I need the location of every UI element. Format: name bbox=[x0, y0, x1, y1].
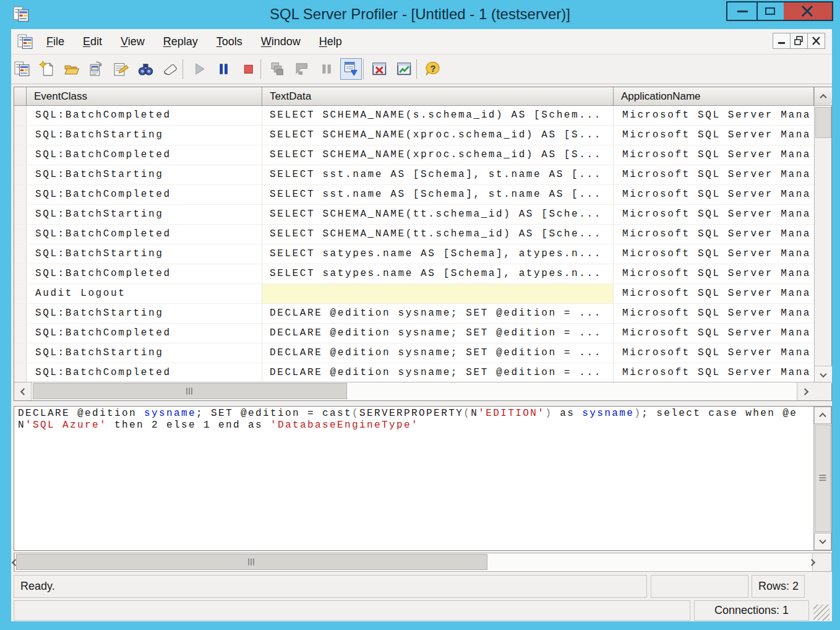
cell-applicationname[interactable]: Microsoft SQL Server Mana bbox=[614, 343, 814, 363]
menu-edit[interactable]: Edit bbox=[74, 29, 111, 54]
cell-textdata[interactable]: SELECT SCHEMA_NAME(s.schema_id) AS [Sche… bbox=[262, 106, 614, 125]
table-row[interactable]: SQL:BatchStartingSELECT SCHEMA_NAME(xpro… bbox=[14, 126, 831, 145]
row-selector[interactable] bbox=[14, 284, 27, 303]
pane-horizontal-scrollbar[interactable] bbox=[14, 553, 832, 572]
cell-eventclass[interactable]: SQL:BatchStarting bbox=[27, 304, 262, 323]
table-row[interactable]: SQL:BatchCompletedDECLARE @edition sysna… bbox=[14, 324, 831, 343]
menu-replay[interactable]: Replay bbox=[154, 29, 207, 54]
row-selector[interactable] bbox=[14, 165, 27, 184]
mdi-minimize-button[interactable] bbox=[773, 33, 791, 49]
cell-textdata[interactable]: DECLARE @edition sysname; SET @edition =… bbox=[262, 304, 614, 323]
cell-applicationname[interactable]: Microsoft SQL Server Mana bbox=[614, 185, 814, 204]
menu-file[interactable]: File bbox=[37, 29, 74, 54]
row-selector[interactable] bbox=[14, 343, 27, 363]
performance-chart-button[interactable] bbox=[396, 61, 413, 77]
cell-applicationname[interactable]: Microsoft SQL Server Mana bbox=[614, 145, 814, 165]
cell-eventclass[interactable]: SQL:BatchCompleted bbox=[27, 225, 262, 244]
cell-eventclass[interactable]: Audit Logout bbox=[27, 284, 262, 303]
open-trace-table-button[interactable] bbox=[88, 61, 105, 77]
column-header-eventclass[interactable]: EventClass bbox=[27, 87, 262, 105]
cell-textdata[interactable]: SELECT SCHEMA_NAME(tt.schema_id) AS [Sch… bbox=[262, 205, 614, 224]
pane-hscroll-thumb[interactable] bbox=[16, 554, 487, 570]
maximize-button[interactable] bbox=[756, 1, 785, 21]
new-trace-button[interactable] bbox=[38, 61, 55, 77]
scroll-right-button[interactable] bbox=[812, 553, 813, 571]
cell-textdata[interactable]: SELECT SCHEMA_NAME(xproc.schema_id) AS [… bbox=[262, 145, 614, 165]
row-selector[interactable] bbox=[14, 205, 27, 224]
table-row[interactable]: SQL:BatchCompletedSELECT sst.name AS [Sc… bbox=[14, 185, 831, 205]
trace-properties-button[interactable] bbox=[14, 61, 30, 77]
cell-eventclass[interactable]: SQL:BatchStarting bbox=[27, 165, 262, 184]
table-row[interactable]: Audit LogoutMicrosoft SQL Server Mana bbox=[14, 284, 831, 304]
row-selector[interactable] bbox=[14, 363, 27, 382]
cell-applicationname[interactable]: Microsoft SQL Server Mana bbox=[614, 225, 814, 244]
cell-textdata[interactable]: SELECT SCHEMA_NAME(xproc.schema_id) AS [… bbox=[262, 126, 614, 145]
grid-hscroll-thumb[interactable] bbox=[33, 383, 347, 399]
find-button[interactable] bbox=[137, 61, 154, 77]
minimize-button[interactable] bbox=[726, 1, 758, 21]
file-properties-button[interactable] bbox=[113, 61, 129, 77]
menu-view[interactable]: View bbox=[111, 29, 154, 54]
row-selector[interactable] bbox=[14, 244, 27, 264]
row-selector[interactable] bbox=[14, 264, 27, 283]
cancel-trace-button[interactable] bbox=[371, 61, 388, 77]
clear-trace-button[interactable] bbox=[162, 61, 179, 77]
grid-vertical-scrollbar[interactable] bbox=[814, 87, 831, 383]
cell-textdata[interactable]: SELECT sst.name AS [Schema], st.name AS … bbox=[262, 165, 614, 184]
cell-textdata[interactable]: SELECT sst.name AS [Schema], st.name AS … bbox=[262, 185, 614, 204]
cell-eventclass[interactable]: SQL:BatchCompleted bbox=[27, 145, 262, 165]
pane-hscroll-track[interactable] bbox=[15, 553, 812, 571]
cell-textdata[interactable]: SELECT satypes.name AS [Schema], atypes.… bbox=[262, 264, 614, 283]
grid-vscroll-thumb[interactable] bbox=[815, 107, 831, 138]
grid-hscroll-track[interactable] bbox=[32, 382, 797, 400]
scroll-right-button[interactable] bbox=[797, 382, 814, 400]
cell-eventclass[interactable]: SQL:BatchCompleted bbox=[27, 264, 262, 283]
table-row[interactable]: SQL:BatchCompletedSELECT SCHEMA_NAME(xpr… bbox=[14, 145, 831, 165]
pane-vscroll-thumb[interactable] bbox=[815, 425, 831, 532]
cell-applicationname[interactable]: Microsoft SQL Server Mana bbox=[614, 244, 814, 264]
cell-textdata[interactable]: SELECT satypes.name AS [Schema], atypes.… bbox=[262, 244, 614, 264]
mdi-close-button[interactable] bbox=[807, 33, 825, 49]
cell-applicationname[interactable]: Microsoft SQL Server Mana bbox=[614, 284, 814, 303]
column-header-textdata[interactable]: TextData bbox=[262, 87, 614, 105]
help-button[interactable]: ? bbox=[424, 61, 441, 77]
table-row[interactable]: SQL:BatchCompletedSELECT SCHEMA_NAME(tt.… bbox=[14, 225, 831, 244]
cell-textdata[interactable] bbox=[262, 284, 614, 303]
mdi-restore-button[interactable] bbox=[790, 33, 808, 49]
table-row[interactable]: SQL:BatchCompletedDECLARE @edition sysna… bbox=[14, 363, 831, 383]
cell-textdata[interactable]: SELECT SCHEMA_NAME(tt.schema_id) AS [Sch… bbox=[262, 225, 614, 244]
run-to-cursor-button[interactable] bbox=[293, 61, 310, 77]
table-row[interactable]: SQL:BatchCompletedSELECT satypes.name AS… bbox=[14, 264, 831, 284]
cell-applicationname[interactable]: Microsoft SQL Server Mana bbox=[614, 304, 814, 323]
sql-text[interactable]: DECLARE @edition sysname; SET @edition =… bbox=[14, 407, 813, 550]
start-replay-button[interactable] bbox=[191, 61, 207, 77]
cell-eventclass[interactable]: SQL:BatchStarting bbox=[27, 343, 262, 363]
scroll-down-button[interactable] bbox=[814, 533, 831, 550]
sql-detail-pane[interactable]: DECLARE @edition sysname; SET @edition =… bbox=[14, 406, 832, 551]
cell-applicationname[interactable]: Microsoft SQL Server Mana bbox=[614, 106, 814, 125]
scroll-up-button[interactable] bbox=[814, 407, 831, 424]
cell-textdata[interactable]: DECLARE @edition sysname; SET @edition =… bbox=[262, 343, 614, 363]
table-row[interactable]: SQL:BatchStartingDECLARE @edition sysnam… bbox=[14, 304, 831, 324]
scroll-left-button[interactable] bbox=[14, 382, 32, 400]
row-selector[interactable] bbox=[14, 324, 27, 343]
cell-applicationname[interactable]: Microsoft SQL Server Mana bbox=[614, 264, 814, 283]
scroll-down-button[interactable] bbox=[815, 366, 832, 383]
menu-help[interactable]: Help bbox=[310, 29, 351, 54]
cell-applicationname[interactable]: Microsoft SQL Server Mana bbox=[614, 324, 814, 343]
cell-applicationname[interactable]: Microsoft SQL Server Mana bbox=[614, 165, 814, 184]
table-row[interactable]: SQL:BatchStartingSELECT sst.name AS [Sch… bbox=[14, 165, 831, 185]
cell-applicationname[interactable]: Microsoft SQL Server Mana bbox=[614, 363, 814, 382]
grid-horizontal-scrollbar[interactable] bbox=[14, 382, 831, 400]
row-selector[interactable] bbox=[14, 126, 27, 145]
cell-eventclass[interactable]: SQL:BatchCompleted bbox=[27, 106, 262, 125]
table-row[interactable]: SQL:BatchStartingSELECT SCHEMA_NAME(tt.s… bbox=[14, 205, 831, 225]
cell-eventclass[interactable]: SQL:BatchStarting bbox=[27, 205, 262, 224]
pause-replay-button[interactable] bbox=[215, 61, 232, 77]
row-selector[interactable] bbox=[14, 185, 27, 204]
cell-eventclass[interactable]: SQL:BatchCompleted bbox=[27, 363, 262, 382]
table-row[interactable]: SQL:BatchCompletedSELECT SCHEMA_NAME(s.s… bbox=[14, 106, 831, 126]
resize-grip[interactable] bbox=[813, 605, 829, 621]
execute-one-step-button[interactable] bbox=[268, 61, 285, 77]
cell-applicationname[interactable]: Microsoft SQL Server Mana bbox=[614, 205, 814, 224]
